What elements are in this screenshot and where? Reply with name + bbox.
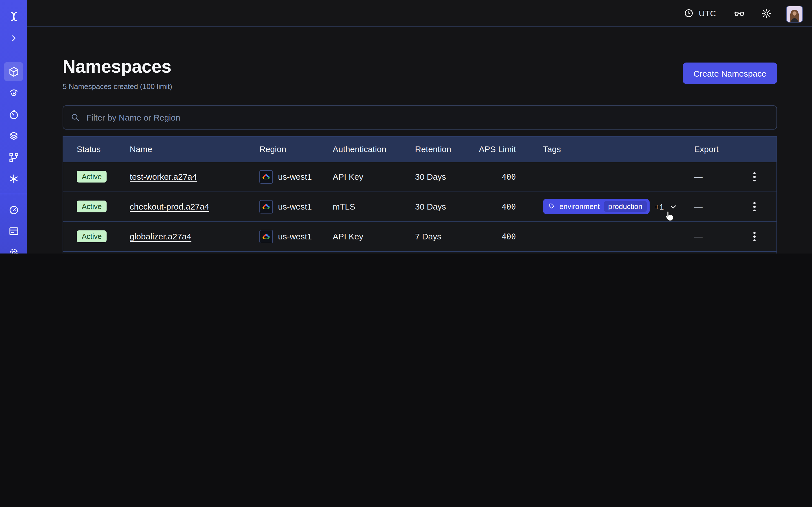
- table-header-row: Status Name Region Authentication Retent…: [63, 137, 776, 162]
- sidebar-item-billing[interactable]: [4, 221, 23, 240]
- orbit-icon: [8, 87, 19, 99]
- sidebar-item-deployments[interactable]: [4, 148, 23, 167]
- glasses-icon: [733, 7, 746, 19]
- gear-icon: [8, 246, 19, 253]
- sidebar-divider: [0, 194, 27, 194]
- col-header-status: Status: [77, 145, 130, 154]
- browser-card-icon: [8, 225, 19, 237]
- sidebar-expand-button[interactable]: [4, 29, 23, 48]
- content: Namespaces 5 Namespaces created (100 lim…: [27, 56, 812, 253]
- aps-value: 400: [502, 202, 516, 211]
- gcp-cloud-icon: [259, 230, 273, 243]
- namespace-link[interactable]: globalizer.a27a4: [130, 232, 192, 241]
- app-window: $ 2.35.1 UTC: [0, 0, 812, 253]
- row-menu-button[interactable]: [751, 230, 758, 243]
- col-header-auth: Authentication: [333, 145, 415, 154]
- labs-toggle-button[interactable]: [732, 6, 747, 20]
- retention-value: 7 Days: [415, 232, 478, 241]
- tags-cell: environment production +1: [516, 199, 694, 214]
- aps-value: 400: [502, 172, 516, 181]
- region-label: us-west1: [278, 172, 312, 182]
- page-subtitle: 5 Namespaces created (100 limit): [63, 82, 172, 91]
- asterisk-icon: [8, 173, 19, 184]
- filter-input[interactable]: [85, 112, 770, 123]
- retention-value: 30 Days: [415, 172, 478, 182]
- auth-value: mTLS: [333, 202, 415, 212]
- table-row: Active sdk-failover.a27a4 us-west1 API K…: [63, 251, 776, 253]
- table-row: Active globalizer.a27a4 us-west1 API Key…: [63, 221, 776, 251]
- gcp-cloud-icon: [259, 200, 273, 214]
- status-badge: Active: [77, 171, 107, 183]
- sidebar: $ 2.35.1: [0, 0, 27, 253]
- search-icon: [70, 112, 80, 122]
- col-header-export: Export: [694, 145, 742, 154]
- namespace-link[interactable]: checkout-prod.a27a4: [130, 202, 209, 212]
- sun-icon: [761, 8, 772, 19]
- avatar-image: [786, 5, 803, 22]
- status-badge: Active: [77, 231, 107, 242]
- sidebar-item-workflows[interactable]: [4, 83, 23, 103]
- tag-chip[interactable]: environment production: [543, 199, 650, 214]
- tag-key: environment: [559, 203, 600, 211]
- user-avatar[interactable]: [786, 5, 802, 21]
- col-header-region: Region: [259, 145, 333, 154]
- temporal-logo-icon[interactable]: [4, 7, 23, 26]
- layers-icon: [8, 130, 19, 142]
- export-value: —: [694, 232, 742, 241]
- gcp-cloud-icon: [259, 170, 273, 184]
- namespaces-table: Status Name Region Authentication Retent…: [63, 136, 777, 253]
- row-menu-button[interactable]: [751, 200, 758, 214]
- main-area: UTC: [27, 0, 812, 253]
- tag-value: production: [604, 202, 647, 212]
- sidebar-item-usage[interactable]: [4, 200, 23, 219]
- aps-value: 400: [502, 232, 516, 241]
- retention-value: 30 Days: [415, 202, 478, 212]
- col-header-name: Name: [130, 145, 259, 154]
- export-value: —: [694, 202, 742, 212]
- page-title: Namespaces: [63, 56, 172, 77]
- sidebar-item-task-queues[interactable]: [4, 126, 23, 145]
- create-namespace-button[interactable]: Create Namespace: [683, 63, 777, 84]
- clock-icon: [683, 8, 694, 18]
- theme-toggle-button[interactable]: [759, 6, 774, 20]
- sidebar-item-schedules[interactable]: [4, 105, 23, 124]
- col-header-retention: Retention: [415, 145, 478, 154]
- namespace-link[interactable]: test-worker.a27a4: [130, 172, 197, 182]
- table-row: Active test-worker.a27a4 us-west1 API Ke…: [63, 162, 776, 191]
- cube-icon: [8, 66, 19, 77]
- branch-icon: [8, 151, 19, 163]
- auth-value: API Key: [333, 172, 415, 182]
- table-row: Active checkout-prod.a27a4 us-west1 mTLS…: [63, 191, 776, 221]
- region-label: us-west1: [278, 202, 312, 212]
- col-header-tags: Tags: [516, 145, 694, 154]
- sidebar-item-namespaces[interactable]: [4, 62, 23, 81]
- timer-icon: [8, 108, 19, 120]
- gauge-icon: [8, 204, 19, 216]
- region-label: us-west1: [278, 232, 312, 241]
- col-header-aps: APS Limit: [479, 145, 516, 154]
- auth-value: API Key: [333, 232, 415, 241]
- topbar: UTC: [27, 0, 812, 27]
- filter-bar: [63, 105, 777, 129]
- tags-expand-chevron-icon[interactable]: [669, 202, 678, 211]
- export-value: —: [694, 172, 742, 182]
- tag-icon: [548, 203, 555, 210]
- sidebar-item-settings[interactable]: [4, 243, 23, 253]
- timezone-label: UTC: [699, 8, 716, 18]
- timezone-selector[interactable]: UTC: [683, 8, 716, 18]
- status-badge: Active: [77, 201, 107, 213]
- sidebar-item-nexus[interactable]: [4, 169, 23, 188]
- tag-more-count: +1: [655, 202, 664, 211]
- row-menu-button[interactable]: [751, 170, 758, 184]
